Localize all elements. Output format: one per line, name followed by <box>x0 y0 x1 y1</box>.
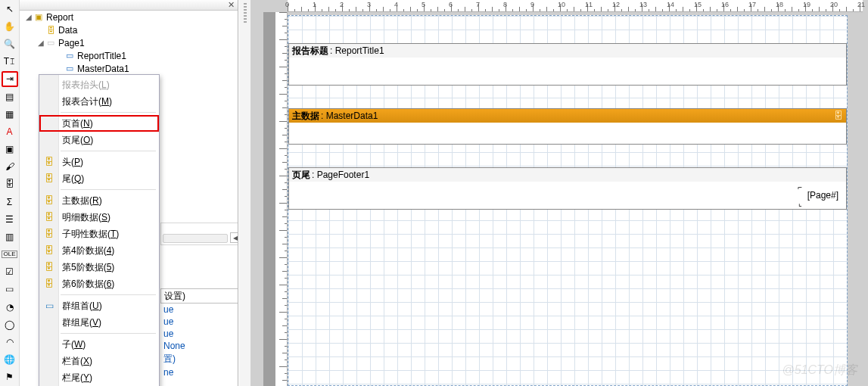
tool-label-a[interactable]: A <box>2 123 18 139</box>
menu-level5[interactable]: 🗄第5阶数据(5) <box>39 259 159 275</box>
menu-separator <box>61 294 156 295</box>
ruler-tick-label: 4 <box>394 1 398 8</box>
menu-master-data[interactable]: 🗄主数据(R) <box>39 192 159 209</box>
tool-text[interactable]: T𝙸 <box>2 54 18 70</box>
band-body[interactable] <box>289 58 846 85</box>
crop-mark-icon: ⌞ <box>798 199 802 207</box>
menu-detail-data[interactable]: 🗄明细数据(S) <box>39 209 159 226</box>
dataset-icon[interactable]: 🗄 <box>834 111 843 121</box>
ruler-horizontal[interactable]: 0123456789101112131415161718192021 <box>288 0 863 12</box>
crop-mark-icon: ⌐ <box>798 183 802 191</box>
flag-icon: ⚑ <box>5 372 14 381</box>
menu-label: 子(W) <box>62 338 86 351</box>
property-value[interactable]: ue <box>160 316 238 328</box>
detail-data-icon: 🗄 <box>42 212 56 223</box>
menu-page-footer[interactable]: 页尾(O) <box>39 132 159 148</box>
menu-level6[interactable]: 🗄第6阶数据(6) <box>39 275 159 292</box>
header-icon: 🗄 <box>42 157 56 167</box>
tree-node-masterdata1[interactable]: ▭ MasterData1 <box>20 62 238 75</box>
menu-report-header: 报表抬头(L) <box>39 76 159 93</box>
tree-panel: ✕ ◢ ▣ Report 🗄 Data ◢ ▭ Page1 ▭ ReportTi… <box>20 0 238 386</box>
tool-chart[interactable]: ◔ <box>2 299 18 315</box>
dock-gutter[interactable] <box>239 0 251 386</box>
tool-list[interactable]: ☰ <box>2 211 18 227</box>
settings-combo[interactable]: 设置) ⋯ <box>160 288 238 304</box>
menu-child[interactable]: 子(W) <box>39 336 159 353</box>
tool-insert-pic[interactable]: ▦ <box>2 106 18 122</box>
band-body[interactable] <box>289 123 846 144</box>
grip-icon <box>244 3 247 23</box>
tool-ole[interactable]: OLE <box>2 247 18 263</box>
menu-column-footer[interactable]: 栏尾(Y) <box>39 369 159 386</box>
menu-group-header[interactable]: ▭群组首(U) <box>39 297 159 314</box>
page-number-field[interactable]: [Page#] <box>807 190 838 201</box>
ruler-vertical[interactable] <box>275 12 288 386</box>
property-value[interactable]: None <box>160 340 238 352</box>
master-data-icon: 🗄 <box>42 195 56 206</box>
tool-globe[interactable]: 🌐 <box>2 352 18 368</box>
insert-band-menu: 报表抬头(L)报表合计(M)页首(N)页尾(O)🗄头(P)🗄尾(Q)🗄主数据(R… <box>39 74 160 386</box>
ruler-tick-label: 21 <box>857 1 865 8</box>
tool-cursor[interactable]: ↖ <box>2 1 18 17</box>
band-header[interactable]: 主数据 : MasterData1 🗄 <box>289 109 846 123</box>
scrollbar-track[interactable] <box>163 234 228 243</box>
property-value[interactable]: ne <box>160 366 238 378</box>
menu-child-detail[interactable]: 🗄子明性数据(T) <box>39 226 159 242</box>
tree-node-page1[interactable]: ◢ ▭ Page1 <box>20 36 238 49</box>
scroll-left-icon[interactable]: ◀ <box>230 232 238 243</box>
tool-ring[interactable]: ◯ <box>2 316 18 332</box>
menu-page-header[interactable]: 页首(N) <box>39 115 159 132</box>
band-body[interactable]: ⌐ [Page#] ⌞ <box>289 182 846 209</box>
insert-pic-icon: ▦ <box>5 110 14 119</box>
scrollbar-h[interactable]: ◀ ▶ <box>160 223 238 245</box>
menu-header[interactable]: 🗄头(P) <box>39 154 159 170</box>
tool-flag[interactable]: ⚑ <box>2 369 18 385</box>
ruler-tick-label: 19 <box>803 1 810 8</box>
ruler-tick-label: 0 <box>285 1 289 8</box>
property-value[interactable]: 置) <box>160 352 238 366</box>
tool-insert-band[interactable]: ⇥ <box>2 71 18 87</box>
expand-icon[interactable]: ◢ <box>36 39 45 47</box>
menu-label: 头(P) <box>62 156 83 169</box>
ruler-tick-label: 3 <box>367 1 371 8</box>
menu-group-footer[interactable]: 群组尾(V) <box>39 314 159 331</box>
tool-paint[interactable]: 🖌 <box>2 159 18 175</box>
tree-node-report[interactable]: ◢ ▣ Report <box>20 11 238 23</box>
band-header[interactable]: 报告标题 : ReportTitle1 <box>289 44 846 58</box>
menu-report-total[interactable]: 报表合计(M) <box>39 93 159 110</box>
label-a-icon: A <box>6 127 12 136</box>
tool-doc[interactable]: ▭ <box>2 282 18 297</box>
page-surface[interactable]: 报告标题 : ReportTitle1 主数据 : MasterData1 🗄 … <box>288 15 848 386</box>
report-icon: ▣ <box>33 12 45 22</box>
tree-node-data[interactable]: 🗄 Data <box>20 23 238 36</box>
insert-sub-icon: ▤ <box>5 92 14 101</box>
menu-label: 报表抬头(L) <box>62 79 110 92</box>
menu-footer[interactable]: 🗄尾(Q) <box>39 170 159 187</box>
ruler-tick-label: 2 <box>340 1 344 8</box>
band-icon: ▭ <box>64 64 76 73</box>
tool-zoom[interactable]: 🔍 <box>2 36 18 51</box>
tool-arc[interactable]: ◠ <box>2 334 18 350</box>
menu-level4[interactable]: 🗄第4阶数据(4) <box>39 242 159 259</box>
property-value[interactable]: ue <box>160 304 238 316</box>
band-page-footer[interactable]: 页尾 : PageFooter1 ⌐ [Page#] ⌞ <box>288 167 847 210</box>
tree-close-icon[interactable]: ✕ <box>228 0 235 10</box>
tree-node-reporttitle1[interactable]: ▭ ReportTitle1 <box>20 49 238 62</box>
tool-chk[interactable]: ☑ <box>2 264 18 280</box>
tool-db[interactable]: 🗄 <box>2 176 18 192</box>
tool-insert-sub[interactable]: ▤ <box>2 89 18 104</box>
property-value[interactable]: ue <box>160 328 238 340</box>
menu-column-header[interactable]: 栏首(X) <box>39 353 159 369</box>
menu-label: 群组首(U) <box>62 300 102 313</box>
tool-hand[interactable]: ✋ <box>2 18 18 34</box>
tool-format[interactable]: ▣ <box>2 142 18 157</box>
tool-sigma[interactable]: Σ <box>2 194 18 210</box>
band-report-title[interactable]: 报告标题 : ReportTitle1 <box>288 43 847 86</box>
hand-icon: ✋ <box>4 22 15 31</box>
band-header[interactable]: 页尾 : PageFooter1 <box>289 168 846 182</box>
band-master-data[interactable]: 主数据 : MasterData1 🗄 <box>288 108 847 145</box>
tool-sheet[interactable]: ▥ <box>2 229 18 244</box>
expand-icon[interactable]: ◢ <box>24 13 33 21</box>
left-toolbar: ↖✋🔍T𝙸⇥▤▦A▣🖌🗄Σ☰▥OLE☑▭◔◯◠🌐⚑ <box>0 0 20 386</box>
ruler-tick-label: 20 <box>830 1 838 8</box>
